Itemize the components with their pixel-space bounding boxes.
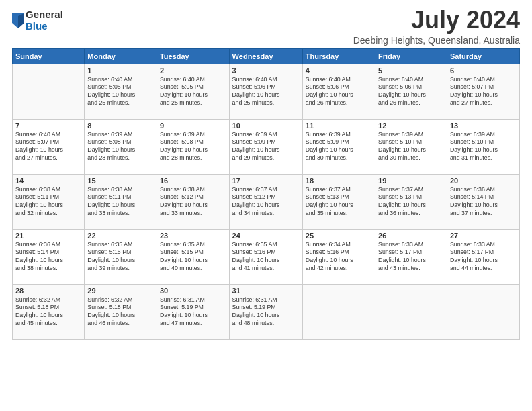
day-cell: 17Sunrise: 6:37 AM Sunset: 5:12 PM Dayli… <box>229 174 302 229</box>
day-info: Sunrise: 6:37 AM Sunset: 5:13 PM Dayligh… <box>378 186 444 218</box>
day-cell: 15Sunrise: 6:38 AM Sunset: 5:11 PM Dayli… <box>85 174 157 229</box>
day-number: 19 <box>378 177 444 185</box>
day-number: 12 <box>378 122 444 130</box>
header-day: Thursday <box>302 48 375 64</box>
location-title: Deebing Heights, Queensland, Australia <box>353 35 520 46</box>
day-cell: 26Sunrise: 6:33 AM Sunset: 5:17 PM Dayli… <box>375 229 447 284</box>
day-info: Sunrise: 6:40 AM Sunset: 5:06 PM Dayligh… <box>232 76 300 108</box>
logo-icon <box>12 13 24 28</box>
day-info: Sunrise: 6:40 AM Sunset: 5:05 PM Dayligh… <box>87 76 154 108</box>
day-number: 2 <box>160 66 226 75</box>
week-row: 14Sunrise: 6:38 AM Sunset: 5:11 PM Dayli… <box>13 174 520 229</box>
day-info: Sunrise: 6:40 AM Sunset: 5:06 PM Dayligh… <box>378 76 444 108</box>
day-number: 3 <box>232 66 300 75</box>
day-number: 23 <box>160 232 226 240</box>
day-info: Sunrise: 6:33 AM Sunset: 5:17 PM Dayligh… <box>378 241 444 273</box>
day-info: Sunrise: 6:36 AM Sunset: 5:14 PM Dayligh… <box>15 241 81 273</box>
day-cell: 16Sunrise: 6:38 AM Sunset: 5:12 PM Dayli… <box>157 174 229 229</box>
day-cell: 23Sunrise: 6:35 AM Sunset: 5:15 PM Dayli… <box>157 229 229 284</box>
day-number: 27 <box>450 232 517 240</box>
day-number: 9 <box>160 122 226 130</box>
day-cell: 1Sunrise: 6:40 AM Sunset: 5:05 PM Daylig… <box>85 64 157 119</box>
day-info: Sunrise: 6:34 AM Sunset: 5:16 PM Dayligh… <box>306 241 372 273</box>
page: General Blue July 2024 Deebing Heights, … <box>0 0 532 411</box>
day-cell: 14Sunrise: 6:38 AM Sunset: 5:11 PM Dayli… <box>13 174 85 229</box>
title-block: July 2024 Deebing Heights, Queensland, A… <box>353 7 520 46</box>
day-cell: 20Sunrise: 6:36 AM Sunset: 5:14 PM Dayli… <box>447 174 519 229</box>
day-info: Sunrise: 6:40 AM Sunset: 5:07 PM Dayligh… <box>15 131 81 163</box>
day-number: 17 <box>232 177 300 185</box>
day-number: 30 <box>160 287 226 295</box>
day-info: Sunrise: 6:40 AM Sunset: 5:07 PM Dayligh… <box>450 76 517 108</box>
day-number: 24 <box>232 232 300 240</box>
day-number: 21 <box>15 232 81 240</box>
day-number: 16 <box>160 177 226 185</box>
header: General Blue July 2024 Deebing Heights, … <box>12 7 520 46</box>
day-info: Sunrise: 6:31 AM Sunset: 5:19 PM Dayligh… <box>160 296 226 328</box>
day-cell: 24Sunrise: 6:35 AM Sunset: 5:16 PM Dayli… <box>229 229 302 284</box>
day-info: Sunrise: 6:40 AM Sunset: 5:06 PM Dayligh… <box>306 76 372 108</box>
day-cell: 2Sunrise: 6:40 AM Sunset: 5:05 PM Daylig… <box>157 64 229 119</box>
day-cell: 6Sunrise: 6:40 AM Sunset: 5:07 PM Daylig… <box>447 64 519 119</box>
day-cell: 8Sunrise: 6:39 AM Sunset: 5:08 PM Daylig… <box>85 119 157 174</box>
logo-blue: Blue <box>26 21 63 32</box>
day-info: Sunrise: 6:40 AM Sunset: 5:05 PM Dayligh… <box>160 76 226 108</box>
day-number: 1 <box>87 66 154 75</box>
day-cell: 25Sunrise: 6:34 AM Sunset: 5:16 PM Dayli… <box>302 229 375 284</box>
day-number: 13 <box>450 122 517 130</box>
day-info: Sunrise: 6:32 AM Sunset: 5:18 PM Dayligh… <box>87 296 154 328</box>
header-day: Friday <box>375 48 447 64</box>
day-number: 10 <box>232 122 300 130</box>
day-number: 15 <box>87 177 154 185</box>
day-number: 4 <box>306 66 372 75</box>
day-info: Sunrise: 6:39 AM Sunset: 5:09 PM Dayligh… <box>306 131 372 163</box>
day-cell: 13Sunrise: 6:39 AM Sunset: 5:10 PM Dayli… <box>447 119 519 174</box>
day-number: 26 <box>378 232 444 240</box>
day-info: Sunrise: 6:35 AM Sunset: 5:15 PM Dayligh… <box>160 241 226 273</box>
header-day: Sunday <box>13 48 85 64</box>
day-info: Sunrise: 6:39 AM Sunset: 5:10 PM Dayligh… <box>450 131 517 163</box>
day-info: Sunrise: 6:33 AM Sunset: 5:17 PM Dayligh… <box>450 241 517 273</box>
day-number: 6 <box>450 66 517 75</box>
day-info: Sunrise: 6:31 AM Sunset: 5:19 PM Dayligh… <box>232 296 300 328</box>
day-cell: 29Sunrise: 6:32 AM Sunset: 5:18 PM Dayli… <box>85 284 157 339</box>
day-info: Sunrise: 6:35 AM Sunset: 5:16 PM Dayligh… <box>232 241 300 273</box>
logo-general: General <box>26 9 63 21</box>
day-number: 31 <box>232 287 300 295</box>
day-number: 20 <box>450 177 517 185</box>
day-number: 25 <box>306 232 372 240</box>
day-number: 5 <box>378 66 444 75</box>
day-cell: 19Sunrise: 6:37 AM Sunset: 5:13 PM Dayli… <box>375 174 447 229</box>
day-info: Sunrise: 6:39 AM Sunset: 5:09 PM Dayligh… <box>232 131 300 163</box>
day-cell: 12Sunrise: 6:39 AM Sunset: 5:10 PM Dayli… <box>375 119 447 174</box>
day-info: Sunrise: 6:39 AM Sunset: 5:10 PM Dayligh… <box>378 131 444 163</box>
header-day: Tuesday <box>157 48 229 64</box>
day-info: Sunrise: 6:38 AM Sunset: 5:12 PM Dayligh… <box>160 186 226 218</box>
logo-text: General Blue <box>26 9 63 32</box>
day-cell: 18Sunrise: 6:37 AM Sunset: 5:13 PM Dayli… <box>302 174 375 229</box>
day-cell: 9Sunrise: 6:39 AM Sunset: 5:08 PM Daylig… <box>157 119 229 174</box>
header-row: SundayMondayTuesdayWednesdayThursdayFrid… <box>13 48 520 64</box>
day-cell: 27Sunrise: 6:33 AM Sunset: 5:17 PM Dayli… <box>447 229 519 284</box>
day-info: Sunrise: 6:37 AM Sunset: 5:12 PM Dayligh… <box>232 186 300 218</box>
week-row: 21Sunrise: 6:36 AM Sunset: 5:14 PM Dayli… <box>13 229 520 284</box>
logo: General Blue <box>12 9 63 32</box>
day-number: 18 <box>306 177 372 185</box>
day-info: Sunrise: 6:36 AM Sunset: 5:14 PM Dayligh… <box>450 186 517 218</box>
day-number: 22 <box>87 232 154 240</box>
day-cell: 10Sunrise: 6:39 AM Sunset: 5:09 PM Dayli… <box>229 119 302 174</box>
day-info: Sunrise: 6:39 AM Sunset: 5:08 PM Dayligh… <box>87 131 154 163</box>
month-title: July 2024 <box>353 7 520 34</box>
day-cell: 28Sunrise: 6:32 AM Sunset: 5:18 PM Dayli… <box>13 284 85 339</box>
week-row: 7Sunrise: 6:40 AM Sunset: 5:07 PM Daylig… <box>13 119 520 174</box>
day-cell <box>375 284 447 339</box>
day-cell: 30Sunrise: 6:31 AM Sunset: 5:19 PM Dayli… <box>157 284 229 339</box>
day-info: Sunrise: 6:32 AM Sunset: 5:18 PM Dayligh… <box>15 296 81 328</box>
day-number: 14 <box>15 177 81 185</box>
header-day: Monday <box>85 48 157 64</box>
day-number: 7 <box>15 122 81 130</box>
day-cell: 22Sunrise: 6:35 AM Sunset: 5:15 PM Dayli… <box>85 229 157 284</box>
header-day: Saturday <box>447 48 519 64</box>
day-cell: 4Sunrise: 6:40 AM Sunset: 5:06 PM Daylig… <box>302 64 375 119</box>
day-number: 28 <box>15 287 81 295</box>
